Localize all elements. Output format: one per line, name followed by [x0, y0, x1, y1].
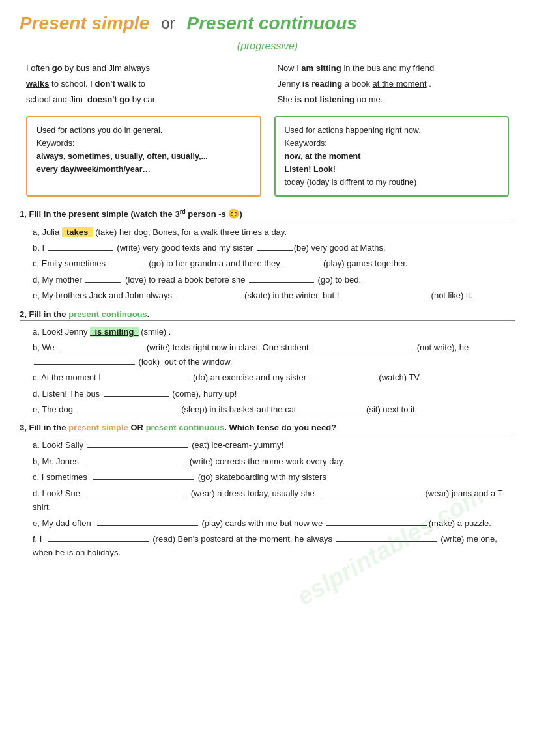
- section3-item-d: d. Look! Sue (wear) a dress today, usual…: [20, 486, 515, 514]
- example-left-3: school and Jim doesn't go by car.: [26, 92, 258, 107]
- section-3: 3, Fill in the present simple OR present…: [20, 423, 515, 560]
- example-right-1: Now I am sitting in the bus and my frien…: [278, 61, 510, 76]
- info-box-continuous: Used for actions happening right now. Ke…: [274, 116, 510, 197]
- section1-item-e: e, My brothers Jack and John always (ska…: [20, 288, 515, 302]
- box-right-line2: Keaywords:: [285, 137, 499, 150]
- section2-item-c: c, At the moment I (do) an exercise and …: [20, 371, 515, 384]
- example-right-3: She is not listening no me.: [278, 92, 510, 107]
- box-left-line3: always, sometimes, usually, often, usual…: [36, 150, 251, 163]
- section2-item-e: e, The dog (sleep) in its basket ant the…: [20, 402, 515, 416]
- box-left-line2: Keywords:: [36, 137, 251, 150]
- examples-row: I often go by bus and Jim always walks t…: [20, 61, 515, 108]
- section-3-title: 3, Fill in the present simple OR present…: [20, 423, 515, 434]
- example-left-2: walks to school. I don't walk to: [26, 77, 258, 91]
- section3-item-e: e, My dad often (play) cards with me but…: [20, 516, 515, 530]
- section-1: 1, Fill in the present simple (watch the…: [20, 208, 515, 303]
- box-right-line5: today (today is diffrent to my routine): [285, 176, 499, 189]
- example-left-1: I often go by bus and Jim always: [26, 61, 258, 76]
- section1-item-d: d, My mother (love) to read a book befor…: [20, 273, 515, 287]
- box-right-line4: Listen! Look!: [285, 163, 499, 176]
- info-box-simple: Used for actions you do in general. Keyw…: [26, 116, 261, 197]
- title-present-continuous: Present continuous: [187, 13, 357, 34]
- section2-item-a: a, Look! Jenny _is smiling_ (smile) .: [20, 325, 515, 339]
- page-header: Present simple or Present continuous: [20, 13, 515, 34]
- section2-item-d: d, Listen! The bus (come), hurry up!: [20, 387, 515, 400]
- subtitle-progressive: (progressive): [20, 40, 515, 52]
- box-right-line3: now, at the moment: [285, 150, 499, 163]
- section3-item-a: a. Look! Sally (eat) ice-cream- yummy!: [20, 438, 515, 452]
- examples-right: Now I am sitting in the bus and my frien…: [278, 61, 510, 108]
- box-right-line1: Used for actions happening right now.: [285, 124, 499, 137]
- section3-item-c: c. I sometimes (go) skateboarding with m…: [20, 470, 515, 484]
- section-2-title: 2, Fill in the present continuous.: [20, 309, 515, 321]
- box-left-line1: Used for actions you do in general.: [36, 124, 251, 137]
- section1-item-c: c, Emily sometimes (go) to her grandma a…: [20, 257, 515, 270]
- section3-item-b: b, Mr. Jones (write) corrects the home-w…: [20, 455, 515, 468]
- example-right-2: Jenny is reading a book at the moment .: [278, 77, 510, 91]
- box-left-line4: every day/week/month/year…: [36, 163, 251, 176]
- section-1-title: 1, Fill in the present simple (watch the…: [20, 208, 515, 221]
- title-present-simple: Present simple: [20, 13, 149, 34]
- section3-item-f: f, I (read) Ben's postcard at the moment…: [20, 532, 515, 560]
- section1-item-a: a, Julia _takes_ (take) her dog, Bones, …: [20, 225, 515, 239]
- examples-left: I often go by bus and Jim always walks t…: [26, 61, 258, 108]
- title-or: or: [161, 14, 175, 33]
- section1-item-b: b, I (write) very good texts and my sist…: [20, 241, 515, 255]
- section2-item-b: b, We (write) texts right now in class. …: [20, 341, 515, 369]
- info-boxes-row: Used for actions you do in general. Keyw…: [26, 116, 509, 197]
- section-2: 2, Fill in the present continuous. a, Lo…: [20, 309, 515, 417]
